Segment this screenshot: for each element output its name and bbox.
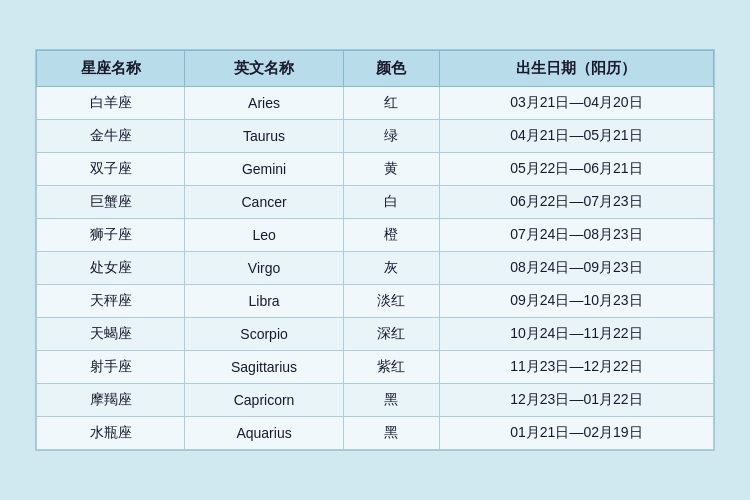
table-row: 金牛座Taurus绿04月21日—05月21日: [37, 120, 714, 153]
cell-date: 09月24日—10月23日: [439, 285, 713, 318]
cell-date: 12月23日—01月22日: [439, 384, 713, 417]
cell-english-name: Aries: [185, 87, 344, 120]
cell-english-name: Leo: [185, 219, 344, 252]
table-row: 双子座Gemini黄05月22日—06月21日: [37, 153, 714, 186]
cell-color: 灰: [343, 252, 439, 285]
table-header-row: 星座名称 英文名称 颜色 出生日期（阳历）: [37, 51, 714, 87]
cell-date: 11月23日—12月22日: [439, 351, 713, 384]
table-row: 天蝎座Scorpio深红10月24日—11月22日: [37, 318, 714, 351]
cell-english-name: Libra: [185, 285, 344, 318]
cell-english-name: Cancer: [185, 186, 344, 219]
table-body: 白羊座Aries红03月21日—04月20日金牛座Taurus绿04月21日—0…: [37, 87, 714, 450]
header-chinese-name: 星座名称: [37, 51, 185, 87]
cell-date: 07月24日—08月23日: [439, 219, 713, 252]
cell-chinese-name: 处女座: [37, 252, 185, 285]
cell-english-name: Scorpio: [185, 318, 344, 351]
cell-color: 黑: [343, 417, 439, 450]
cell-date: 08月24日—09月23日: [439, 252, 713, 285]
cell-english-name: Aquarius: [185, 417, 344, 450]
cell-chinese-name: 金牛座: [37, 120, 185, 153]
cell-color: 红: [343, 87, 439, 120]
zodiac-table: 星座名称 英文名称 颜色 出生日期（阳历） 白羊座Aries红03月21日—04…: [36, 50, 714, 450]
cell-english-name: Gemini: [185, 153, 344, 186]
cell-english-name: Sagittarius: [185, 351, 344, 384]
cell-color: 深红: [343, 318, 439, 351]
table-row: 天秤座Libra淡红09月24日—10月23日: [37, 285, 714, 318]
cell-date: 10月24日—11月22日: [439, 318, 713, 351]
table-row: 白羊座Aries红03月21日—04月20日: [37, 87, 714, 120]
table-row: 摩羯座Capricorn黑12月23日—01月22日: [37, 384, 714, 417]
table-row: 狮子座Leo橙07月24日—08月23日: [37, 219, 714, 252]
table-row: 处女座Virgo灰08月24日—09月23日: [37, 252, 714, 285]
cell-chinese-name: 天秤座: [37, 285, 185, 318]
table-row: 水瓶座Aquarius黑01月21日—02月19日: [37, 417, 714, 450]
cell-chinese-name: 水瓶座: [37, 417, 185, 450]
header-english-name: 英文名称: [185, 51, 344, 87]
cell-color: 白: [343, 186, 439, 219]
header-color: 颜色: [343, 51, 439, 87]
cell-english-name: Virgo: [185, 252, 344, 285]
cell-english-name: Capricorn: [185, 384, 344, 417]
table-row: 巨蟹座Cancer白06月22日—07月23日: [37, 186, 714, 219]
header-date: 出生日期（阳历）: [439, 51, 713, 87]
cell-date: 01月21日—02月19日: [439, 417, 713, 450]
cell-chinese-name: 巨蟹座: [37, 186, 185, 219]
cell-chinese-name: 狮子座: [37, 219, 185, 252]
cell-color: 黑: [343, 384, 439, 417]
cell-color: 淡红: [343, 285, 439, 318]
cell-chinese-name: 双子座: [37, 153, 185, 186]
zodiac-table-container: 星座名称 英文名称 颜色 出生日期（阳历） 白羊座Aries红03月21日—04…: [35, 49, 715, 451]
cell-chinese-name: 天蝎座: [37, 318, 185, 351]
table-row: 射手座Sagittarius紫红11月23日—12月22日: [37, 351, 714, 384]
cell-chinese-name: 摩羯座: [37, 384, 185, 417]
cell-date: 05月22日—06月21日: [439, 153, 713, 186]
cell-chinese-name: 白羊座: [37, 87, 185, 120]
cell-color: 绿: [343, 120, 439, 153]
cell-date: 03月21日—04月20日: [439, 87, 713, 120]
cell-chinese-name: 射手座: [37, 351, 185, 384]
cell-date: 04月21日—05月21日: [439, 120, 713, 153]
cell-color: 橙: [343, 219, 439, 252]
cell-color: 黄: [343, 153, 439, 186]
cell-color: 紫红: [343, 351, 439, 384]
cell-date: 06月22日—07月23日: [439, 186, 713, 219]
cell-english-name: Taurus: [185, 120, 344, 153]
